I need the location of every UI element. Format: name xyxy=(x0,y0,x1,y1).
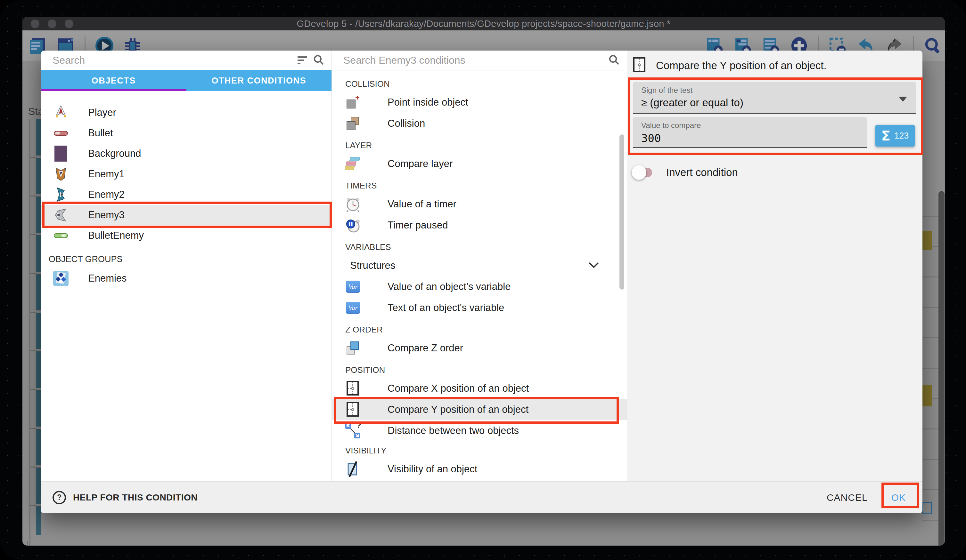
position-icon xyxy=(344,380,362,398)
sigma-icon: Σ xyxy=(881,128,891,144)
list-item-bulletenemy[interactable]: BulletEnemy xyxy=(41,225,332,246)
condition-label: Value of a timer xyxy=(388,198,457,210)
ok-button[interactable]: OK xyxy=(891,492,906,503)
object-name: Enemy3 xyxy=(88,209,125,221)
timer-icon xyxy=(344,195,362,213)
invert-condition-toggle[interactable] xyxy=(634,168,652,177)
chevron-down-icon xyxy=(588,262,599,270)
condition-label: Timer paused xyxy=(388,219,448,231)
condition-visibility[interactable]: Visibility of an object xyxy=(332,458,627,480)
event-condition-column xyxy=(36,119,41,535)
sign-of-test-select[interactable]: Sign of the test ≥ (greater or equal to) xyxy=(633,82,916,114)
section-header-zorder: Z ORDER xyxy=(332,322,627,337)
filter-icon[interactable] xyxy=(297,56,307,64)
conditions-panel: COLLISION Point inside object Collision xyxy=(332,51,627,481)
search-events-icon[interactable] xyxy=(924,36,942,55)
list-item-background[interactable]: Background xyxy=(41,143,332,164)
object-name: Bullet xyxy=(88,128,113,139)
invert-condition-row: Invert condition xyxy=(634,166,738,178)
active-tab-indicator xyxy=(41,89,186,91)
condition-timer-value[interactable]: Value of a timer xyxy=(332,193,627,215)
list-item-enemy2[interactable]: Enemy2 xyxy=(41,184,332,205)
zoom-window-button[interactable] xyxy=(65,20,73,28)
list-item-enemy3[interactable]: Enemy3 xyxy=(41,205,332,225)
help-icon: ? xyxy=(53,491,66,504)
conditions-scrollbar[interactable] xyxy=(619,134,624,290)
gdevelop-window: GDevelop 5 - /Users/dkarakay/Documents/G… xyxy=(22,17,945,545)
left-tabs: OBJECTS OTHER CONDITIONS xyxy=(41,70,332,91)
section-header-collision: COLLISION xyxy=(332,76,627,92)
list-item-bullet[interactable]: Bullet xyxy=(41,123,332,143)
sign-of-test-value: ≥ (greater or equal to) xyxy=(641,97,916,109)
tab-other-conditions[interactable]: OTHER CONDITIONS xyxy=(186,70,332,91)
variable-icon: Var xyxy=(344,278,362,296)
object-name: BulletEnemy xyxy=(88,230,144,241)
object-name: Player xyxy=(88,107,116,118)
dialog-footer: ? HELP FOR THIS CONDITION CANCEL OK xyxy=(41,481,922,513)
add-button-outline xyxy=(922,502,932,514)
events-scrollbar[interactable] xyxy=(938,191,945,545)
object-name: Enemy2 xyxy=(88,189,125,200)
section-header-layer: LAYER xyxy=(332,137,627,153)
condition-compare-zorder[interactable]: Compare Z order xyxy=(332,337,627,359)
tab-objects[interactable]: OBJECTS xyxy=(41,70,186,91)
var-badge: Var xyxy=(346,281,360,293)
bullet-green-icon xyxy=(52,226,70,244)
layers-icon xyxy=(344,155,362,173)
condition-timer-paused[interactable]: Timer paused xyxy=(332,215,627,236)
desktop-background: GDevelop 5 - /Users/dkarakay/Documents/G… xyxy=(0,0,966,560)
group-name: Enemies xyxy=(88,273,127,284)
selected-action-row xyxy=(921,385,932,406)
object-name: Background xyxy=(88,148,141,159)
minimize-window-button[interactable] xyxy=(48,20,56,28)
objects-search-input[interactable] xyxy=(52,54,292,67)
list-item-player[interactable]: Player xyxy=(41,102,332,123)
condition-compare-layer[interactable]: Compare layer xyxy=(332,153,627,174)
enemy1-ship-icon xyxy=(52,165,70,183)
distance-icon: ? xyxy=(344,422,362,440)
event-tree-ticks xyxy=(30,119,36,535)
condition-collision[interactable]: Collision xyxy=(332,113,627,134)
condition-group-structures[interactable]: Structures xyxy=(332,255,627,276)
object-group-icon xyxy=(52,269,70,287)
objects-panel: OBJECTS OTHER CONDITIONS Player xyxy=(41,51,332,481)
point-inside-object-icon xyxy=(344,93,362,111)
variable-icon: Var xyxy=(344,299,362,317)
condition-compare-x[interactable]: Compare X position of an object xyxy=(332,378,627,399)
search-icon xyxy=(313,54,324,67)
conditions-search-input[interactable] xyxy=(343,54,603,67)
condition-distance[interactable]: ? Distance between two objects xyxy=(332,420,627,441)
condition-partially-visible[interactable] xyxy=(332,480,627,481)
help-for-condition-button[interactable]: ? HELP FOR THIS CONDITION xyxy=(53,491,198,504)
condition-label: Compare layer xyxy=(388,158,453,170)
value-to-compare-input[interactable]: 300 xyxy=(641,132,867,145)
condition-label: Compare Y position of an object xyxy=(388,404,529,415)
search-icon xyxy=(608,54,620,67)
timer-paused-icon xyxy=(344,216,362,234)
z-order-icon xyxy=(344,339,362,357)
expression-editor-button[interactable]: Σ 123 xyxy=(876,125,915,147)
list-item-enemy1[interactable]: Enemy1 xyxy=(41,164,332,184)
sign-of-test-label: Sign of the test xyxy=(641,86,916,95)
section-header-variables: VARIABLES xyxy=(332,239,627,255)
objects-search-row xyxy=(41,51,332,70)
section-header-timers: TIMERS xyxy=(332,178,627,193)
condition-compare-y[interactable]: Compare Y position of an object xyxy=(332,399,627,420)
object-name: Enemy1 xyxy=(88,168,125,180)
value-to-compare-label: Value to compare xyxy=(641,121,867,130)
value-to-compare-field[interactable]: Value to compare 300 xyxy=(633,117,867,148)
cancel-button[interactable]: CANCEL xyxy=(827,492,867,503)
condition-label: Point inside object xyxy=(388,97,468,108)
bullet-icon xyxy=(52,124,70,142)
close-window-button[interactable] xyxy=(31,20,39,28)
window-title: GDevelop 5 - /Users/dkarakay/Documents/G… xyxy=(297,18,670,29)
condition-label: Value of an object's variable xyxy=(388,281,511,293)
condition-object-variable-text[interactable]: Var Text of an object's variable xyxy=(332,297,627,318)
condition-label: Compare Z order xyxy=(388,342,463,354)
condition-label: Collision xyxy=(388,118,425,129)
condition-object-variable-value[interactable]: Var Value of an object's variable xyxy=(332,276,627,297)
list-item-enemies-group[interactable]: Enemies xyxy=(41,268,332,289)
enemy3-ship-icon xyxy=(52,206,70,224)
condition-point-inside[interactable]: Point inside object xyxy=(332,92,627,113)
numbers-icon: 123 xyxy=(894,131,909,141)
